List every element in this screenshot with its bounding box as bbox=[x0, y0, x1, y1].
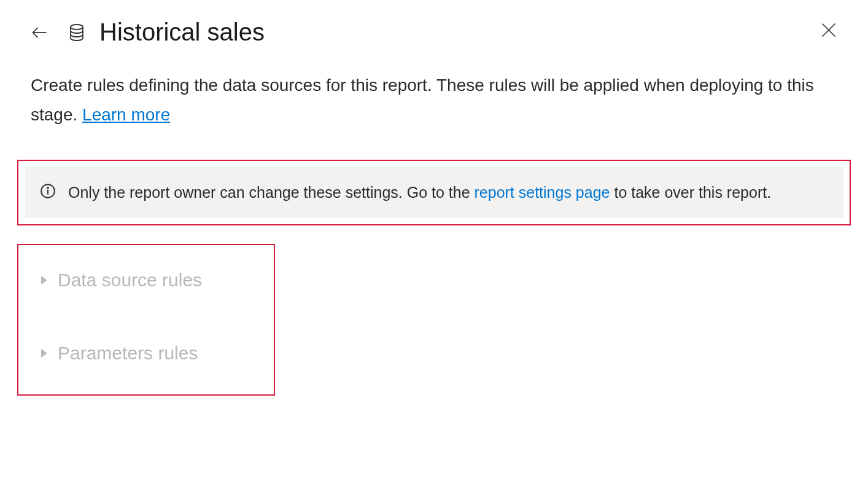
data-source-rules-expander[interactable]: Data source rules bbox=[31, 260, 262, 300]
info-icon bbox=[40, 183, 56, 202]
info-text-part2: to take over this report. bbox=[610, 184, 771, 201]
report-settings-link[interactable]: report settings page bbox=[475, 184, 610, 201]
svg-point-1 bbox=[71, 25, 83, 29]
parameters-rules-expander[interactable]: Parameters rules bbox=[31, 334, 262, 373]
chevron-right-icon bbox=[40, 275, 48, 286]
page-title: Historical sales bbox=[99, 18, 265, 46]
close-icon bbox=[820, 22, 837, 39]
panel-header: Historical sales bbox=[0, 0, 868, 58]
rules-section-highlight: Data source rules Parameters rules bbox=[17, 244, 275, 396]
svg-marker-7 bbox=[41, 276, 47, 284]
data-source-rules-label: Data source rules bbox=[58, 270, 202, 291]
chevron-right-icon bbox=[40, 348, 48, 359]
svg-marker-8 bbox=[41, 349, 47, 358]
info-box-highlight: Only the report owner can change these s… bbox=[17, 160, 851, 225]
back-button[interactable] bbox=[31, 24, 48, 41]
svg-point-6 bbox=[47, 187, 48, 189]
close-button[interactable] bbox=[820, 22, 837, 41]
info-message-box: Only the report owner can change these s… bbox=[25, 167, 843, 218]
learn-more-link[interactable]: Learn more bbox=[82, 105, 170, 124]
info-text-part1: Only the report owner can change these s… bbox=[68, 184, 475, 201]
database-icon bbox=[69, 24, 84, 41]
parameters-rules-label: Parameters rules bbox=[58, 343, 198, 364]
info-message-text: Only the report owner can change these s… bbox=[68, 181, 771, 205]
arrow-left-icon bbox=[31, 24, 48, 41]
description-text: Create rules defining the data sources f… bbox=[0, 58, 868, 135]
